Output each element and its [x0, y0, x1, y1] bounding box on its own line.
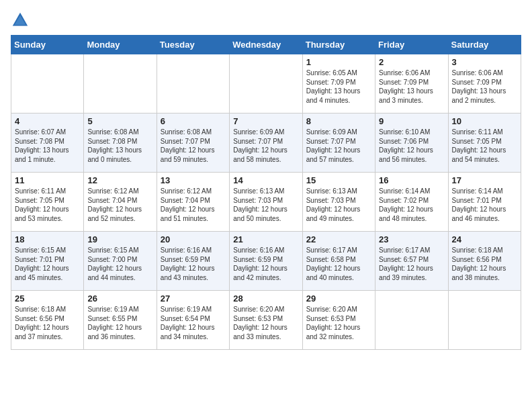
calendar-cell: 19Sunrise: 6:15 AM Sunset: 7:00 PM Dayli…: [84, 232, 157, 291]
calendar-cell: 26Sunrise: 6:19 AM Sunset: 6:55 PM Dayli…: [84, 291, 157, 350]
cell-info: Sunrise: 6:15 AM Sunset: 7:01 PM Dayligh…: [15, 246, 80, 282]
calendar-cell: 4Sunrise: 6:07 AM Sunset: 7:08 PM Daylig…: [11, 113, 84, 173]
calendar-cell: [448, 291, 521, 350]
cell-info: Sunrise: 6:10 AM Sunset: 7:06 PM Dayligh…: [379, 128, 444, 164]
calendar-cell: 9Sunrise: 6:10 AM Sunset: 7:06 PM Daylig…: [375, 113, 448, 173]
cell-info: Sunrise: 6:15 AM Sunset: 7:00 PM Dayligh…: [87, 246, 152, 282]
day-number: 26: [87, 293, 152, 304]
day-number: 5: [87, 116, 152, 126]
calendar-cell: 2Sunrise: 6:06 AM Sunset: 7:09 PM Daylig…: [375, 54, 448, 113]
day-number: 6: [161, 116, 226, 126]
day-number: 24: [452, 234, 517, 244]
cell-info: Sunrise: 6:20 AM Sunset: 6:53 PM Dayligh…: [233, 305, 298, 341]
cell-info: Sunrise: 6:09 AM Sunset: 7:07 PM Dayligh…: [306, 128, 371, 164]
calendar-cell: 13Sunrise: 6:12 AM Sunset: 7:04 PM Dayli…: [157, 173, 229, 232]
day-number: 11: [15, 175, 80, 185]
calendar-header-tuesday: Tuesday: [157, 36, 229, 54]
day-number: 13: [161, 175, 226, 185]
day-number: 9: [379, 116, 444, 126]
calendar-row: 11Sunrise: 6:11 AM Sunset: 7:05 PM Dayli…: [11, 173, 521, 232]
day-number: 18: [15, 234, 80, 244]
day-number: 28: [233, 293, 298, 304]
calendar-cell: [230, 54, 302, 113]
cell-info: Sunrise: 6:11 AM Sunset: 7:05 PM Dayligh…: [15, 187, 80, 223]
cell-info: Sunrise: 6:08 AM Sunset: 7:08 PM Dayligh…: [87, 128, 152, 164]
day-number: 3: [452, 57, 517, 67]
day-number: 16: [379, 175, 444, 185]
calendar-cell: 5Sunrise: 6:08 AM Sunset: 7:08 PM Daylig…: [84, 113, 157, 173]
calendar-cell: 3Sunrise: 6:06 AM Sunset: 7:09 PM Daylig…: [448, 54, 521, 113]
calendar-cell: 27Sunrise: 6:19 AM Sunset: 6:54 PM Dayli…: [157, 291, 229, 350]
calendar-cell: 14Sunrise: 6:13 AM Sunset: 7:03 PM Dayli…: [230, 173, 302, 232]
cell-info: Sunrise: 6:13 AM Sunset: 7:03 PM Dayligh…: [233, 187, 298, 223]
calendar-row: 18Sunrise: 6:15 AM Sunset: 7:01 PM Dayli…: [11, 232, 521, 291]
day-number: 20: [161, 234, 226, 244]
calendar-cell: 23Sunrise: 6:17 AM Sunset: 6:57 PM Dayli…: [375, 232, 448, 291]
cell-info: Sunrise: 6:18 AM Sunset: 6:56 PM Dayligh…: [15, 305, 80, 341]
day-number: 23: [379, 234, 444, 244]
header: [11, 11, 521, 30]
calendar-cell: 15Sunrise: 6:13 AM Sunset: 7:03 PM Dayli…: [302, 173, 375, 232]
calendar-header-thursday: Thursday: [302, 36, 375, 54]
cell-info: Sunrise: 6:11 AM Sunset: 7:05 PM Dayligh…: [452, 128, 517, 164]
cell-info: Sunrise: 6:12 AM Sunset: 7:04 PM Dayligh…: [87, 187, 152, 223]
calendar-cell: [11, 54, 84, 113]
day-number: 8: [306, 116, 371, 126]
day-number: 29: [306, 293, 371, 304]
day-number: 17: [452, 175, 517, 185]
day-number: 1: [306, 57, 371, 67]
cell-info: Sunrise: 6:20 AM Sunset: 6:53 PM Dayligh…: [306, 305, 371, 341]
logo: [11, 11, 32, 30]
cell-info: Sunrise: 6:16 AM Sunset: 6:59 PM Dayligh…: [233, 246, 298, 282]
calendar-header-row: SundayMondayTuesdayWednesdayThursdayFrid…: [11, 36, 521, 54]
logo-icon: [11, 11, 30, 30]
calendar-cell: 11Sunrise: 6:11 AM Sunset: 7:05 PM Dayli…: [11, 173, 84, 232]
calendar-cell: 12Sunrise: 6:12 AM Sunset: 7:04 PM Dayli…: [84, 173, 157, 232]
calendar-table: SundayMondayTuesdayWednesdayThursdayFrid…: [11, 35, 521, 350]
calendar-row: 25Sunrise: 6:18 AM Sunset: 6:56 PM Dayli…: [11, 291, 521, 350]
calendar-cell: [84, 54, 157, 113]
cell-info: Sunrise: 6:17 AM Sunset: 6:58 PM Dayligh…: [306, 246, 371, 282]
calendar-cell: 29Sunrise: 6:20 AM Sunset: 6:53 PM Dayli…: [302, 291, 375, 350]
day-number: 22: [306, 234, 371, 244]
cell-info: Sunrise: 6:14 AM Sunset: 7:02 PM Dayligh…: [379, 187, 444, 223]
cell-info: Sunrise: 6:13 AM Sunset: 7:03 PM Dayligh…: [306, 187, 371, 223]
calendar-header-friday: Friday: [375, 36, 448, 54]
calendar-cell: 17Sunrise: 6:14 AM Sunset: 7:01 PM Dayli…: [448, 173, 521, 232]
cell-info: Sunrise: 6:06 AM Sunset: 7:09 PM Dayligh…: [379, 68, 444, 105]
calendar-cell: [375, 291, 448, 350]
calendar-row: 4Sunrise: 6:07 AM Sunset: 7:08 PM Daylig…: [11, 113, 521, 173]
calendar-row: 1Sunrise: 6:05 AM Sunset: 7:09 PM Daylig…: [11, 54, 521, 113]
cell-info: Sunrise: 6:06 AM Sunset: 7:09 PM Dayligh…: [452, 68, 517, 105]
calendar-cell: 24Sunrise: 6:18 AM Sunset: 6:56 PM Dayli…: [448, 232, 521, 291]
calendar-header-wednesday: Wednesday: [230, 36, 302, 54]
calendar-cell: 7Sunrise: 6:09 AM Sunset: 7:07 PM Daylig…: [230, 113, 302, 173]
day-number: 25: [15, 293, 80, 304]
calendar-cell: 1Sunrise: 6:05 AM Sunset: 7:09 PM Daylig…: [302, 54, 375, 113]
calendar-header-monday: Monday: [84, 36, 157, 54]
cell-info: Sunrise: 6:19 AM Sunset: 6:54 PM Dayligh…: [161, 305, 226, 341]
day-number: 27: [161, 293, 226, 304]
day-number: 4: [15, 116, 80, 126]
day-number: 19: [87, 234, 152, 244]
cell-info: Sunrise: 6:08 AM Sunset: 7:07 PM Dayligh…: [161, 128, 226, 164]
calendar-cell: 8Sunrise: 6:09 AM Sunset: 7:07 PM Daylig…: [302, 113, 375, 173]
cell-info: Sunrise: 6:18 AM Sunset: 6:56 PM Dayligh…: [452, 246, 517, 282]
calendar-cell: 21Sunrise: 6:16 AM Sunset: 6:59 PM Dayli…: [230, 232, 302, 291]
calendar-cell: [157, 54, 229, 113]
calendar-cell: 6Sunrise: 6:08 AM Sunset: 7:07 PM Daylig…: [157, 113, 229, 173]
calendar-cell: 16Sunrise: 6:14 AM Sunset: 7:02 PM Dayli…: [375, 173, 448, 232]
day-number: 15: [306, 175, 371, 185]
calendar-cell: 20Sunrise: 6:16 AM Sunset: 6:59 PM Dayli…: [157, 232, 229, 291]
day-number: 21: [233, 234, 298, 244]
calendar-cell: 22Sunrise: 6:17 AM Sunset: 6:58 PM Dayli…: [302, 232, 375, 291]
calendar-header-saturday: Saturday: [448, 36, 521, 54]
day-number: 12: [87, 175, 152, 185]
cell-info: Sunrise: 6:19 AM Sunset: 6:55 PM Dayligh…: [87, 305, 152, 341]
calendar-cell: 18Sunrise: 6:15 AM Sunset: 7:01 PM Dayli…: [11, 232, 84, 291]
calendar-cell: 25Sunrise: 6:18 AM Sunset: 6:56 PM Dayli…: [11, 291, 84, 350]
day-number: 7: [233, 116, 298, 126]
cell-info: Sunrise: 6:14 AM Sunset: 7:01 PM Dayligh…: [452, 187, 517, 223]
day-number: 2: [379, 57, 444, 67]
cell-info: Sunrise: 6:09 AM Sunset: 7:07 PM Dayligh…: [233, 128, 298, 164]
